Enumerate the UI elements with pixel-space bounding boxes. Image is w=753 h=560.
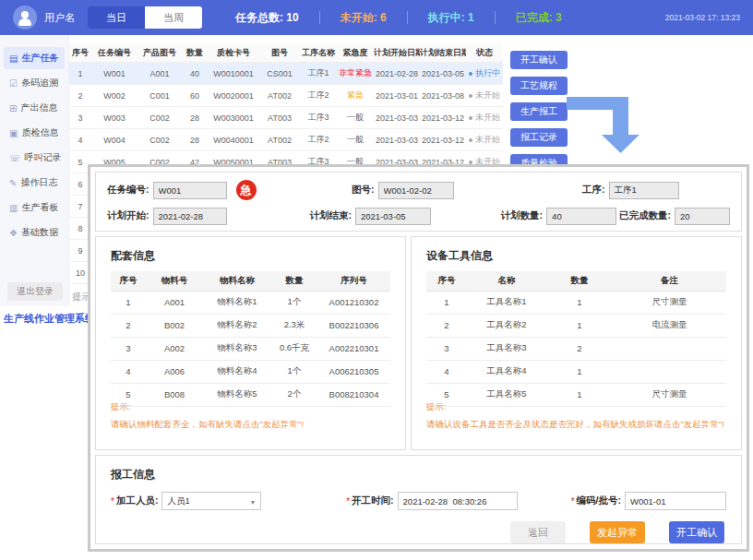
action-button-开工确认[interactable]: 开工确认 xyxy=(510,51,568,69)
cell-status: 执行中 xyxy=(466,67,503,79)
sidebar-item-质检信息[interactable]: ▣质检信息 xyxy=(4,122,65,144)
sidebar-item-label: 基础数据 xyxy=(21,226,58,239)
status-dot-icon xyxy=(469,116,472,120)
material-cell: 0.6千克 xyxy=(271,342,317,354)
chevron-down-icon: ▼ xyxy=(249,499,256,506)
cell-qty: 28 xyxy=(182,136,208,145)
top-header: 用户名 当日当周 任务总数: 10未开始: 6执行中: 1已完成: 3 2021… xyxy=(0,0,753,35)
plan-end-field[interactable] xyxy=(355,208,431,225)
stat-divider xyxy=(407,11,408,24)
process-field[interactable] xyxy=(609,182,679,199)
username-label: 用户名 xyxy=(44,11,75,25)
stat-3: 已完成: 3 xyxy=(516,10,562,26)
materials-table: 序号物料号物料名称数量序列号1A001物料名称11个A0012103022B00… xyxy=(111,271,390,407)
report-title: 报工信息 xyxy=(96,456,741,490)
call-record-icon: ☏ xyxy=(9,153,21,163)
back-button[interactable]: 返回 xyxy=(510,521,566,543)
cell-start: 2021-03-03 xyxy=(374,136,420,145)
sidebar-item-生产看板[interactable]: ▥生产看板 xyxy=(4,197,65,219)
report-buttons: 返回发起异常开工确认 xyxy=(96,521,741,543)
stat-divider xyxy=(319,11,320,24)
sidebar-item-产出信息[interactable]: ⊞产出信息 xyxy=(4,97,65,119)
cell-qty: 40 xyxy=(182,69,208,78)
screen: 用户名 当日当周 任务总数: 10未开始: 6执行中: 1已完成: 3 2021… xyxy=(0,0,753,560)
material-cell: 物料名称4 xyxy=(203,365,271,377)
material-row: 1A001物料名称11个A001210302 xyxy=(111,292,390,315)
operation-log-icon: ✎ xyxy=(9,178,17,188)
column-header: 状态 xyxy=(466,47,503,59)
confirm-start-button[interactable]: 开工确认 xyxy=(669,521,724,543)
cell-product_no: A001 xyxy=(137,69,182,78)
stat-2: 执行中: 1 xyxy=(428,10,474,26)
done-qty-field[interactable] xyxy=(675,208,730,225)
column-header: 紧急度 xyxy=(337,47,374,59)
cell-task_no: W003 xyxy=(91,113,137,123)
material-cell: A002 xyxy=(146,343,203,353)
material-cell: B002 xyxy=(146,320,203,330)
sidebar: ▤生产任务☑条码追溯⊞产出信息▣质检信息☏呼叫记录✎操作日志▥生产看板❖基础数据… xyxy=(0,35,69,306)
raise-exception-button[interactable]: 发起异常 xyxy=(590,521,645,543)
worker-select-value: 人员1 xyxy=(167,495,189,507)
cell-start: 2021-03-01 xyxy=(374,91,420,101)
material-column-header: 序号 xyxy=(111,275,146,287)
table-row[interactable]: 3W003C00228W0030001AT003工序3一般2021-03-032… xyxy=(69,107,503,129)
material-cell: 3 xyxy=(111,343,146,353)
column-header: 图号 xyxy=(259,47,300,59)
base-data-icon: ❖ xyxy=(9,228,18,238)
plan-start-field[interactable] xyxy=(153,208,227,225)
plan-qty-field[interactable] xyxy=(546,208,616,225)
header-timestamp: 2021-03-02 17: 13:23 xyxy=(665,13,740,22)
material-cell: A001210302 xyxy=(317,297,390,307)
materials-title: 配套信息 xyxy=(96,237,405,271)
start-time-label: 开工时间: xyxy=(352,494,394,507)
tab-current-week[interactable]: 当周 xyxy=(145,6,202,29)
table-row[interactable]: 2W002C00160W0020001AT002工序2紧急2021-03-012… xyxy=(69,85,503,107)
status-dot-icon xyxy=(469,94,472,98)
action-button-生产报工[interactable]: 生产报工 xyxy=(510,102,568,121)
tab-current-day[interactable]: 当日 xyxy=(88,6,145,29)
tools-hint-title: 提示: xyxy=(426,398,729,415)
action-button-报工记录[interactable]: 报工记录 xyxy=(510,128,568,147)
material-cell: 1个 xyxy=(271,296,317,308)
sidebar-item-操作日志[interactable]: ✎操作日志 xyxy=(4,172,65,194)
sidebar-item-生产任务[interactable]: ▤生产任务 xyxy=(4,47,65,69)
table-row[interactable]: 1W001A00140W0010001CS001工序1非常紧急2021-02-2… xyxy=(69,63,503,85)
barcode-trace-icon: ☑ xyxy=(9,78,18,89)
material-row: 4A006物料名称41个A006210305 xyxy=(111,361,390,384)
stat-0: 任务总数: 10 xyxy=(235,10,299,26)
material-cell: 4 xyxy=(111,366,146,376)
material-cell: 物料名称1 xyxy=(203,296,271,308)
tool-cell: 工具名称4 xyxy=(467,365,546,377)
report-section: 报工信息 * 加工人员: 人员1 ▼ * 开工时间: xyxy=(95,455,742,544)
status-text: 未开始 xyxy=(475,90,500,100)
required-asterisk: * xyxy=(111,496,114,506)
tool-cell: 2 xyxy=(546,343,613,353)
tool-cell: 1 xyxy=(546,320,613,330)
material-row: 2B002物料名称22.3米B002210306 xyxy=(111,315,390,338)
start-time-field[interactable] xyxy=(398,492,518,510)
material-cell: B002210306 xyxy=(317,320,390,330)
table-row[interactable]: 4W004C00228W0040001AT002工序2一般2021-03-032… xyxy=(69,129,503,151)
sidebar-item-label: 操作日志 xyxy=(20,176,57,189)
action-button-工艺规程[interactable]: 工艺规程 xyxy=(510,77,568,95)
sidebar-item-条码追溯[interactable]: ☑条码追溯 xyxy=(4,72,65,94)
plan-end-label: 计划结束: xyxy=(310,209,353,222)
drawing-no-field[interactable] xyxy=(378,182,454,199)
batch-field[interactable] xyxy=(625,492,726,510)
material-cell: 物料名称2 xyxy=(203,319,271,331)
cell-urgency: 非常紧急 xyxy=(337,67,374,79)
plan-qty-label: 计划数量: xyxy=(501,209,544,222)
cell-seq: 3 xyxy=(69,113,91,123)
sidebar-item-基础数据[interactable]: ❖基础数据 xyxy=(4,221,65,244)
sidebar-item-呼叫记录[interactable]: ☏呼叫记录 xyxy=(4,147,65,169)
cell-task_no: W002 xyxy=(91,91,137,101)
batch-label: 编码/批号: xyxy=(577,494,621,507)
column-header: 产品图号 xyxy=(137,47,182,59)
cell-drawing_no: CS001 xyxy=(259,69,300,78)
worker-select[interactable]: 人员1 ▼ xyxy=(161,492,261,510)
tools-section: 设备工具信息 序号名称数量备注1工具名称11尺寸测量2工具名称21电流测量3工具… xyxy=(411,236,742,450)
task-no-field[interactable] xyxy=(153,182,227,199)
logout-button[interactable]: 退出登录 xyxy=(7,282,63,301)
cell-qc_no: W0020001 xyxy=(208,91,259,101)
cell-product_no: C001 xyxy=(137,91,182,101)
